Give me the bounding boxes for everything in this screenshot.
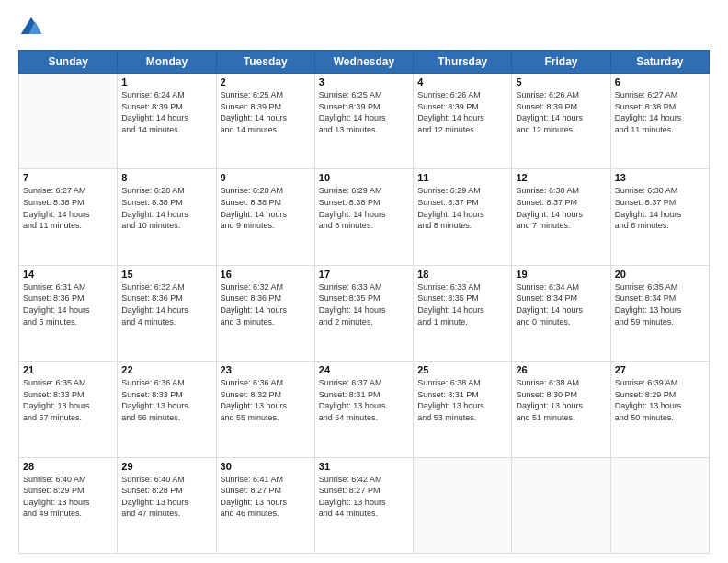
calendar-week-row: 1Sunrise: 6:24 AM Sunset: 8:39 PM Daylig… (19, 74, 710, 169)
day-info: Sunrise: 6:39 AM Sunset: 8:29 PM Dayligh… (615, 377, 705, 423)
day-info: Sunrise: 6:40 AM Sunset: 8:29 PM Dayligh… (23, 474, 113, 520)
calendar-cell: 2Sunrise: 6:25 AM Sunset: 8:39 PM Daylig… (216, 74, 314, 169)
day-number: 13 (615, 172, 705, 183)
calendar-cell: 13Sunrise: 6:30 AM Sunset: 8:37 PM Dayli… (610, 169, 709, 265)
logo-icon (18, 15, 44, 40)
calendar-cell: 23Sunrise: 6:36 AM Sunset: 8:32 PM Dayli… (216, 362, 314, 457)
page: SundayMondayTuesdayWednesdayThursdayFrid… (0, 0, 728, 563)
calendar-cell: 5Sunrise: 6:26 AM Sunset: 8:39 PM Daylig… (512, 74, 610, 169)
day-number: 10 (319, 172, 409, 183)
calendar-cell (19, 74, 118, 169)
calendar-cell: 21Sunrise: 6:35 AM Sunset: 8:33 PM Dayli… (19, 362, 118, 457)
calendar-cell: 18Sunrise: 6:33 AM Sunset: 8:35 PM Dayli… (414, 265, 512, 361)
day-info: Sunrise: 6:37 AM Sunset: 8:31 PM Dayligh… (319, 377, 409, 423)
header (18, 15, 710, 40)
day-info: Sunrise: 6:26 AM Sunset: 8:39 PM Dayligh… (516, 89, 606, 135)
day-info: Sunrise: 6:27 AM Sunset: 8:38 PM Dayligh… (23, 185, 113, 231)
day-info: Sunrise: 6:35 AM Sunset: 8:34 PM Dayligh… (615, 282, 705, 327)
day-number: 26 (516, 364, 606, 375)
calendar-cell: 4Sunrise: 6:26 AM Sunset: 8:39 PM Daylig… (414, 74, 512, 169)
day-info: Sunrise: 6:29 AM Sunset: 8:38 PM Dayligh… (319, 185, 409, 231)
day-info: Sunrise: 6:29 AM Sunset: 8:37 PM Dayligh… (417, 185, 507, 231)
calendar-cell: 12Sunrise: 6:30 AM Sunset: 8:37 PM Dayli… (512, 169, 610, 265)
day-number: 7 (23, 172, 113, 183)
day-number: 16 (221, 269, 311, 280)
calendar-header-day: Wednesday (314, 51, 413, 74)
day-number: 9 (221, 172, 311, 183)
day-info: Sunrise: 6:30 AM Sunset: 8:37 PM Dayligh… (615, 185, 705, 231)
calendar-cell (512, 457, 610, 553)
calendar-week-row: 7Sunrise: 6:27 AM Sunset: 8:38 PM Daylig… (19, 169, 710, 265)
day-number: 29 (121, 461, 211, 472)
day-number: 17 (319, 269, 409, 280)
calendar-week-row: 21Sunrise: 6:35 AM Sunset: 8:33 PM Dayli… (19, 362, 710, 457)
calendar-header-row: SundayMondayTuesdayWednesdayThursdayFrid… (19, 51, 710, 74)
calendar-cell: 7Sunrise: 6:27 AM Sunset: 8:38 PM Daylig… (19, 169, 118, 265)
calendar-table: SundayMondayTuesdayWednesdayThursdayFrid… (18, 50, 710, 554)
day-number: 2 (221, 76, 311, 87)
day-info: Sunrise: 6:35 AM Sunset: 8:33 PM Dayligh… (23, 377, 113, 423)
calendar-week-row: 14Sunrise: 6:31 AM Sunset: 8:36 PM Dayli… (19, 265, 710, 361)
day-info: Sunrise: 6:42 AM Sunset: 8:27 PM Dayligh… (319, 474, 409, 520)
calendar-header-day: Saturday (610, 51, 709, 74)
day-number: 12 (516, 172, 606, 183)
day-info: Sunrise: 6:40 AM Sunset: 8:28 PM Dayligh… (121, 474, 211, 520)
logo (18, 15, 48, 40)
day-number: 3 (319, 76, 409, 87)
day-number: 14 (23, 269, 113, 280)
day-number: 27 (615, 364, 705, 375)
calendar-cell (414, 457, 512, 553)
day-number: 21 (23, 364, 113, 375)
day-number: 31 (319, 461, 409, 472)
day-info: Sunrise: 6:38 AM Sunset: 8:30 PM Dayligh… (516, 377, 606, 423)
calendar-week-row: 28Sunrise: 6:40 AM Sunset: 8:29 PM Dayli… (19, 457, 710, 553)
day-number: 22 (121, 364, 211, 375)
calendar-cell: 11Sunrise: 6:29 AM Sunset: 8:37 PM Dayli… (414, 169, 512, 265)
day-info: Sunrise: 6:28 AM Sunset: 8:38 PM Dayligh… (121, 185, 211, 231)
calendar-header-day: Tuesday (216, 51, 314, 74)
day-number: 6 (615, 76, 705, 87)
calendar-cell: 3Sunrise: 6:25 AM Sunset: 8:39 PM Daylig… (314, 74, 413, 169)
day-number: 15 (121, 269, 211, 280)
day-info: Sunrise: 6:38 AM Sunset: 8:31 PM Dayligh… (417, 377, 507, 423)
calendar-cell: 27Sunrise: 6:39 AM Sunset: 8:29 PM Dayli… (610, 362, 709, 457)
calendar-cell (610, 457, 709, 553)
calendar-cell: 28Sunrise: 6:40 AM Sunset: 8:29 PM Dayli… (19, 457, 118, 553)
day-number: 28 (23, 461, 113, 472)
day-number: 23 (221, 364, 311, 375)
calendar-cell: 14Sunrise: 6:31 AM Sunset: 8:36 PM Dayli… (19, 265, 118, 361)
calendar-cell: 26Sunrise: 6:38 AM Sunset: 8:30 PM Dayli… (512, 362, 610, 457)
day-number: 4 (417, 76, 507, 87)
calendar-cell: 24Sunrise: 6:37 AM Sunset: 8:31 PM Dayli… (314, 362, 413, 457)
day-info: Sunrise: 6:32 AM Sunset: 8:36 PM Dayligh… (121, 282, 211, 327)
calendar-cell: 22Sunrise: 6:36 AM Sunset: 8:33 PM Dayli… (118, 362, 216, 457)
day-info: Sunrise: 6:36 AM Sunset: 8:32 PM Dayligh… (221, 377, 311, 423)
calendar-cell: 6Sunrise: 6:27 AM Sunset: 8:38 PM Daylig… (610, 74, 709, 169)
day-info: Sunrise: 6:33 AM Sunset: 8:35 PM Dayligh… (319, 282, 409, 327)
calendar-cell: 10Sunrise: 6:29 AM Sunset: 8:38 PM Dayli… (314, 169, 413, 265)
day-info: Sunrise: 6:24 AM Sunset: 8:39 PM Dayligh… (121, 89, 211, 135)
day-number: 1 (121, 76, 211, 87)
day-number: 11 (417, 172, 507, 183)
calendar-cell: 31Sunrise: 6:42 AM Sunset: 8:27 PM Dayli… (314, 457, 413, 553)
day-number: 20 (615, 269, 705, 280)
calendar-cell: 19Sunrise: 6:34 AM Sunset: 8:34 PM Dayli… (512, 265, 610, 361)
day-number: 8 (121, 172, 211, 183)
day-number: 24 (319, 364, 409, 375)
calendar-header-day: Monday (118, 51, 216, 74)
day-number: 30 (221, 461, 311, 472)
day-info: Sunrise: 6:34 AM Sunset: 8:34 PM Dayligh… (516, 282, 606, 327)
day-info: Sunrise: 6:27 AM Sunset: 8:38 PM Dayligh… (615, 89, 705, 135)
day-info: Sunrise: 6:26 AM Sunset: 8:39 PM Dayligh… (417, 89, 507, 135)
day-number: 5 (516, 76, 606, 87)
day-number: 25 (417, 364, 507, 375)
day-info: Sunrise: 6:31 AM Sunset: 8:36 PM Dayligh… (23, 282, 113, 327)
day-info: Sunrise: 6:25 AM Sunset: 8:39 PM Dayligh… (319, 89, 409, 135)
calendar-cell: 8Sunrise: 6:28 AM Sunset: 8:38 PM Daylig… (118, 169, 216, 265)
day-info: Sunrise: 6:41 AM Sunset: 8:27 PM Dayligh… (221, 474, 311, 520)
calendar-header-day: Thursday (414, 51, 512, 74)
calendar-cell: 1Sunrise: 6:24 AM Sunset: 8:39 PM Daylig… (118, 74, 216, 169)
calendar-header-day: Friday (512, 51, 610, 74)
calendar-cell: 29Sunrise: 6:40 AM Sunset: 8:28 PM Dayli… (118, 457, 216, 553)
calendar-cell: 25Sunrise: 6:38 AM Sunset: 8:31 PM Dayli… (414, 362, 512, 457)
